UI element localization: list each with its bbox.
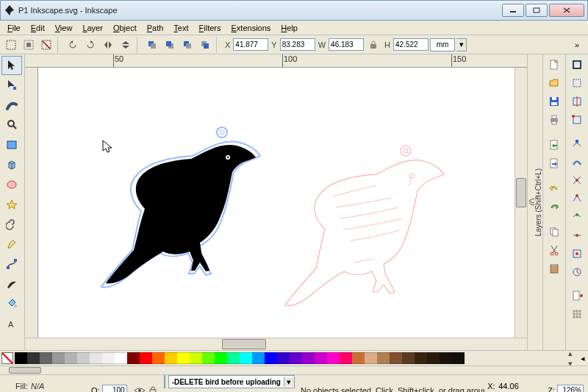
menu-edit[interactable]: Edit bbox=[26, 23, 49, 33]
tweak-tool-icon[interactable] bbox=[1, 96, 22, 115]
save-icon[interactable] bbox=[545, 93, 564, 110]
maximize-button[interactable] bbox=[526, 4, 548, 17]
swatch[interactable] bbox=[90, 352, 102, 364]
export-icon[interactable] bbox=[545, 155, 564, 171]
close-button[interactable] bbox=[549, 4, 584, 17]
snap-cusp-icon[interactable] bbox=[567, 190, 587, 207]
snap-bbox-icon[interactable] bbox=[567, 75, 587, 91]
zoom-tool-icon[interactable] bbox=[1, 115, 22, 135]
vertical-scrollbar[interactable] bbox=[514, 68, 527, 338]
swatch[interactable] bbox=[415, 352, 427, 364]
bezier-tool-icon[interactable] bbox=[1, 254, 22, 274]
lock-aspect-icon[interactable] bbox=[365, 37, 381, 53]
width-input[interactable] bbox=[329, 38, 364, 51]
deselect-icon[interactable] bbox=[38, 37, 54, 53]
spiral-tool-icon[interactable] bbox=[1, 215, 22, 234]
swatch[interactable] bbox=[427, 352, 440, 364]
swatch[interactable] bbox=[240, 352, 252, 364]
lower-icon[interactable] bbox=[179, 37, 196, 53]
swatch[interactable] bbox=[102, 352, 115, 364]
swatch[interactable] bbox=[302, 352, 315, 364]
snap-bbox-edge-icon[interactable] bbox=[567, 93, 587, 110]
snap-node-icon[interactable] bbox=[567, 135, 587, 152]
menu-file[interactable]: File bbox=[3, 23, 25, 33]
menu-filters[interactable]: Filters bbox=[195, 23, 226, 33]
pencil-tool-icon[interactable] bbox=[1, 235, 22, 254]
snap-smooth-icon[interactable] bbox=[567, 209, 587, 225]
snap-intersection-icon[interactable] bbox=[567, 172, 587, 188]
paint-bucket-tool-icon[interactable] bbox=[1, 294, 22, 313]
swatch[interactable] bbox=[352, 352, 365, 364]
new-document-icon[interactable] bbox=[545, 57, 564, 73]
swatch[interactable] bbox=[290, 352, 302, 364]
minimize-button[interactable] bbox=[502, 4, 524, 17]
visibility-toggle-icon[interactable] bbox=[133, 385, 146, 393]
swatch[interactable] bbox=[115, 352, 127, 364]
swatch[interactable] bbox=[165, 352, 177, 364]
copy-icon[interactable] bbox=[545, 224, 564, 240]
open-icon[interactable] bbox=[545, 75, 564, 91]
swatch[interactable] bbox=[77, 352, 90, 364]
3dbox-tool-icon[interactable] bbox=[1, 155, 22, 174]
menu-extensions[interactable]: Extensions bbox=[227, 23, 276, 33]
swatch[interactable] bbox=[327, 352, 340, 364]
palette-scroll-arrows[interactable]: ▴▾ bbox=[563, 351, 578, 366]
menu-object[interactable]: Object bbox=[109, 23, 141, 33]
fill-value[interactable]: N/A bbox=[31, 382, 44, 391]
raise-icon[interactable] bbox=[162, 37, 178, 53]
text-tool-icon[interactable]: A bbox=[1, 314, 22, 333]
palette-menu-icon[interactable]: ◂ bbox=[578, 351, 588, 366]
print-icon[interactable] bbox=[545, 112, 564, 128]
paste-icon[interactable] bbox=[545, 260, 564, 277]
color-palette[interactable] bbox=[15, 351, 563, 366]
swatch[interactable] bbox=[402, 352, 415, 364]
swatch[interactable] bbox=[202, 352, 215, 364]
toolbar-overflow-icon[interactable]: » bbox=[569, 37, 585, 53]
layers-panel-tab[interactable]: Layers (Shift+Ctrl+L) bbox=[527, 54, 542, 350]
snap-page-icon[interactable] bbox=[567, 288, 587, 304]
swatch[interactable] bbox=[152, 352, 165, 364]
ellipse-tool-icon[interactable] bbox=[1, 175, 22, 194]
swatch[interactable] bbox=[177, 352, 190, 364]
menu-help[interactable]: Help bbox=[276, 23, 302, 33]
swatch[interactable] bbox=[440, 352, 452, 364]
cut-icon[interactable] bbox=[545, 242, 564, 258]
lower-to-bottom-icon[interactable] bbox=[197, 37, 213, 53]
flip-vertical-icon[interactable] bbox=[118, 37, 134, 53]
rectangle-tool-icon[interactable] bbox=[1, 135, 22, 154]
swatch[interactable] bbox=[190, 352, 202, 364]
swatch[interactable] bbox=[340, 352, 352, 364]
raise-to-top-icon[interactable] bbox=[144, 37, 160, 53]
swatch[interactable] bbox=[215, 352, 227, 364]
horizontal-scrollbar[interactable] bbox=[38, 338, 514, 350]
menu-path[interactable]: Path bbox=[143, 23, 168, 33]
vertical-scroll-thumb[interactable] bbox=[516, 178, 526, 207]
swatch[interactable] bbox=[252, 352, 265, 364]
menu-view[interactable]: View bbox=[51, 23, 77, 33]
undo-icon[interactable] bbox=[545, 180, 564, 196]
star-tool-icon[interactable] bbox=[1, 195, 22, 214]
select-in-all-layers-icon[interactable] bbox=[21, 37, 37, 53]
swatch[interactable] bbox=[52, 352, 65, 364]
swatch[interactable] bbox=[277, 352, 290, 364]
zoom-input[interactable] bbox=[557, 385, 584, 392]
swatch[interactable] bbox=[365, 352, 377, 364]
snap-grid-icon[interactable] bbox=[567, 306, 587, 322]
layer-selector[interactable]: -DELETE bird before uploading ▾ bbox=[164, 375, 295, 388]
swatch[interactable] bbox=[452, 352, 465, 364]
snap-path-icon[interactable] bbox=[567, 154, 587, 170]
menu-text[interactable]: Text bbox=[169, 23, 193, 33]
swatch[interactable] bbox=[265, 352, 277, 364]
layer-dropdown-icon[interactable]: ▾ bbox=[284, 377, 294, 387]
redo-icon[interactable] bbox=[545, 199, 564, 215]
lock-toggle-icon[interactable] bbox=[148, 385, 158, 393]
node-tool-icon[interactable] bbox=[1, 76, 22, 95]
opacity-input[interactable] bbox=[102, 385, 127, 392]
swatch[interactable] bbox=[40, 352, 52, 364]
swatch[interactable] bbox=[140, 352, 152, 364]
swatch[interactable] bbox=[377, 352, 390, 364]
unit-dropdown-icon[interactable]: ▾ bbox=[456, 38, 467, 51]
no-fill-swatch[interactable] bbox=[1, 352, 13, 364]
snap-enable-icon[interactable] bbox=[567, 57, 587, 73]
snap-rotation-icon[interactable] bbox=[567, 264, 587, 280]
